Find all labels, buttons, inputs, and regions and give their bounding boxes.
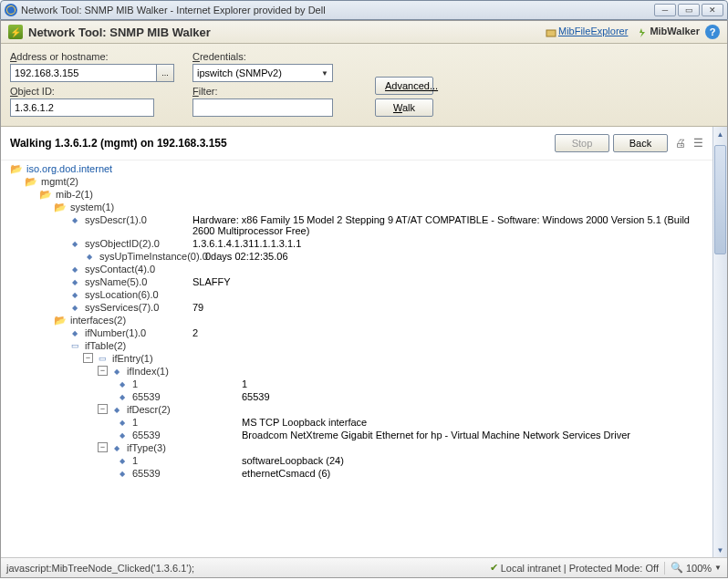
leaf-icon bbox=[116, 430, 129, 440]
print-icon[interactable]: 🖨 bbox=[675, 137, 686, 150]
credentials-value: ipswitch (SNMPv2) bbox=[197, 67, 282, 78]
advanced-button[interactable]: Advanced... bbox=[375, 77, 433, 95]
collapse-toggle[interactable]: − bbox=[98, 404, 108, 414]
value-ifindex-2: 65539 bbox=[238, 391, 712, 402]
leaf-icon bbox=[68, 327, 81, 338]
tree-node-system[interactable]: system(1) bbox=[70, 202, 114, 212]
export-icon[interactable]: ☰ bbox=[693, 137, 703, 150]
tree-node-sysuptime[interactable]: sysUpTimeInstance(0).0 bbox=[99, 251, 200, 262]
collapse-toggle[interactable]: − bbox=[98, 442, 108, 452]
leaf-icon bbox=[110, 366, 123, 377]
folder-icon bbox=[25, 176, 37, 187]
leaf-icon bbox=[116, 455, 129, 466]
folder-icon bbox=[39, 189, 52, 200]
tree-node-ifindex-2[interactable]: 65539 bbox=[132, 391, 161, 402]
status-left: javascript:MibTreeNode_Clicked('1.3.6.1'… bbox=[6, 563, 194, 574]
credentials-dropdown[interactable]: ipswitch (SNMPv2) ▼ bbox=[192, 64, 333, 82]
vertical-scrollbar[interactable]: ▲ ▼ bbox=[712, 127, 727, 557]
mib-walker-link[interactable]: MibWalker bbox=[637, 26, 700, 37]
tree-node-interfaces[interactable]: interfaces(2) bbox=[70, 315, 126, 326]
leaf-icon bbox=[116, 378, 129, 389]
tree-node-sysdescr[interactable]: sysDescr(1).0 bbox=[85, 214, 147, 225]
tree-node-sysobjectid[interactable]: sysObjectID(2).0 bbox=[85, 238, 160, 249]
tree-node-mib2[interactable]: mib-2(1) bbox=[56, 189, 93, 200]
scroll-down-icon[interactable]: ▼ bbox=[713, 543, 727, 557]
value-iftype-1: softwareLoopback (24) bbox=[238, 455, 712, 466]
leaf-icon bbox=[110, 442, 123, 453]
leaf-icon bbox=[110, 404, 123, 415]
zone-icon: ✔ bbox=[490, 562, 498, 574]
maximize-button[interactable]: ▭ bbox=[678, 4, 700, 16]
close-button[interactable]: ✕ bbox=[702, 4, 723, 16]
back-button[interactable]: Back bbox=[613, 134, 668, 152]
filter-label: Filter: bbox=[192, 86, 357, 97]
leaf-icon bbox=[116, 391, 129, 402]
results-pane: Walking 1.3.6.1.2 (mgmt) on 192.168.3.15… bbox=[1, 127, 712, 557]
leaf-icon bbox=[68, 289, 81, 300]
value-sysname: SLAFFY bbox=[189, 276, 712, 287]
tree-node-iftable[interactable]: ifTable(2) bbox=[85, 340, 126, 351]
chevron-down-icon: ▼ bbox=[321, 69, 328, 78]
ie-icon bbox=[5, 4, 17, 16]
tree-node-ifdescr-2[interactable]: 65539 bbox=[132, 430, 161, 440]
tree-node-ifdescr-1[interactable]: 1 bbox=[132, 417, 138, 428]
value-sysdescr: Hardware: x86 Family 15 Model 2 Stepping… bbox=[189, 214, 712, 236]
tree-node-syslocation[interactable]: sysLocation(6).0 bbox=[85, 289, 159, 300]
value-iftype-2: ethernetCsmacd (6) bbox=[238, 468, 712, 479]
app-title: Network Tool: SNMP MIB Walker bbox=[28, 26, 536, 39]
scroll-thumb[interactable] bbox=[714, 145, 726, 254]
address-label: Address or hostname: bbox=[10, 51, 174, 62]
svg-rect-0 bbox=[546, 30, 556, 36]
tree-node-ifentry[interactable]: ifEntry(1) bbox=[112, 353, 153, 364]
table-icon bbox=[68, 340, 81, 351]
value-ifdescr-2: Broadcom NetXtreme Gigabit Ethernet for … bbox=[238, 430, 712, 440]
mib-file-explorer-link[interactable]: MibFileExplorer bbox=[546, 26, 628, 37]
window-title: Network Tool: SNMP MIB Walker - Internet… bbox=[21, 5, 654, 16]
value-sysuptime: 0days 02:12:35.06 bbox=[202, 251, 712, 262]
filter-input[interactable] bbox=[192, 98, 333, 117]
address-picker-button[interactable]: ... bbox=[156, 64, 174, 82]
folder-icon bbox=[10, 163, 23, 174]
tree-node-ifindex-1[interactable]: 1 bbox=[132, 378, 138, 389]
tree-node-root[interactable]: iso.org.dod.internet bbox=[26, 163, 112, 174]
tree-node-iftype-2[interactable]: 65539 bbox=[132, 468, 161, 479]
app-header: ⚡ Network Tool: SNMP MIB Walker MibFileE… bbox=[1, 21, 727, 44]
zoom-value: 100% bbox=[686, 563, 712, 574]
tree-node-mgmt[interactable]: mgmt(2) bbox=[41, 176, 78, 187]
tree-node-ifdescr[interactable]: ifDescr(2) bbox=[127, 404, 171, 415]
tree-node-ifindex[interactable]: ifIndex(1) bbox=[127, 366, 169, 377]
leaf-icon bbox=[116, 468, 129, 479]
app-icon: ⚡ bbox=[8, 25, 23, 39]
scroll-up-icon[interactable]: ▲ bbox=[713, 127, 727, 141]
folder-icon bbox=[546, 27, 556, 38]
folder-icon bbox=[54, 202, 67, 212]
tree-node-iftype[interactable]: ifType(3) bbox=[127, 442, 166, 453]
leaf-icon bbox=[68, 302, 81, 313]
tree-node-sysservices[interactable]: sysServices(7).0 bbox=[85, 302, 159, 313]
folder-icon bbox=[54, 315, 67, 326]
bolt-icon bbox=[637, 27, 648, 38]
collapse-toggle[interactable]: − bbox=[98, 366, 108, 376]
zoom-icon: 🔍 bbox=[671, 562, 683, 574]
address-input[interactable] bbox=[10, 64, 157, 82]
row-icon bbox=[96, 353, 109, 364]
results-heading: Walking 1.3.6.1.2 (mgmt) on 192.168.3.15… bbox=[10, 137, 551, 150]
tree-node-ifnumber[interactable]: ifNumber(1).0 bbox=[85, 327, 146, 338]
object-id-input[interactable] bbox=[10, 98, 154, 117]
leaf-icon bbox=[83, 251, 96, 262]
stop-button[interactable]: Stop bbox=[555, 134, 609, 152]
leaf-icon bbox=[68, 264, 81, 274]
zoom-control[interactable]: 🔍 100% ▼ bbox=[671, 562, 722, 574]
help-icon[interactable]: ? bbox=[705, 25, 720, 39]
value-sysservices: 79 bbox=[189, 302, 712, 313]
tree-node-iftype-1[interactable]: 1 bbox=[132, 455, 138, 466]
value-ifindex-1: 1 bbox=[238, 378, 712, 389]
value-sysobjectid: 1.3.6.1.4.1.311.1.1.3.1.1 bbox=[189, 238, 712, 249]
collapse-toggle[interactable]: − bbox=[83, 353, 93, 363]
leaf-icon bbox=[116, 417, 129, 428]
minimize-button[interactable]: ─ bbox=[654, 4, 676, 16]
tree-node-sysname[interactable]: sysName(5).0 bbox=[85, 276, 147, 287]
tree-node-syscontact[interactable]: sysContact(4).0 bbox=[85, 264, 155, 274]
leaf-icon bbox=[68, 214, 81, 225]
walk-button[interactable]: Walk bbox=[375, 98, 433, 117]
